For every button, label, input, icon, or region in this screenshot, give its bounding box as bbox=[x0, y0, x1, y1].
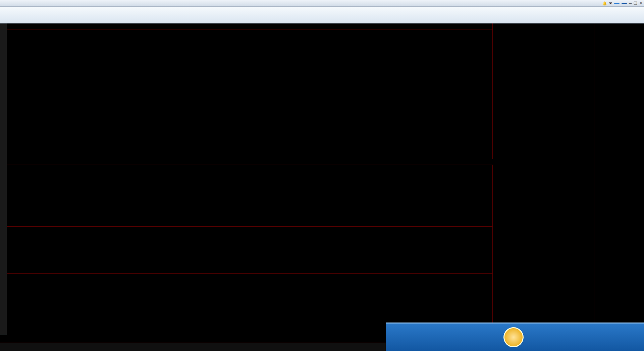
info-button[interactable] bbox=[614, 3, 620, 4]
left-sidebar bbox=[0, 23, 7, 351]
quote-panel bbox=[493, 23, 594, 323]
app-window: 🔔 ✉ ─ ❐ ✕ bbox=[0, 0, 644, 351]
bell-icon[interactable]: 🔔 bbox=[602, 1, 607, 6]
close-icon[interactable]: ✕ bbox=[639, 1, 643, 6]
menu-bar: 🔔 ✉ ─ ❐ ✕ bbox=[0, 0, 644, 7]
watermark-banner bbox=[386, 323, 644, 351]
fund-analysis-panel bbox=[594, 23, 644, 323]
x-axis-months bbox=[7, 316, 493, 322]
trade-button[interactable] bbox=[622, 3, 627, 4]
banner-logo-icon bbox=[503, 327, 524, 347]
indicator-tab-bar bbox=[7, 159, 493, 165]
minimize-icon[interactable]: ─ bbox=[629, 1, 632, 6]
mail-icon[interactable]: ✉ bbox=[609, 1, 612, 6]
maximize-icon[interactable]: ❐ bbox=[634, 1, 637, 6]
main-toolbar bbox=[0, 7, 644, 23]
chart-area bbox=[7, 23, 493, 323]
chart-header bbox=[7, 23, 492, 30]
